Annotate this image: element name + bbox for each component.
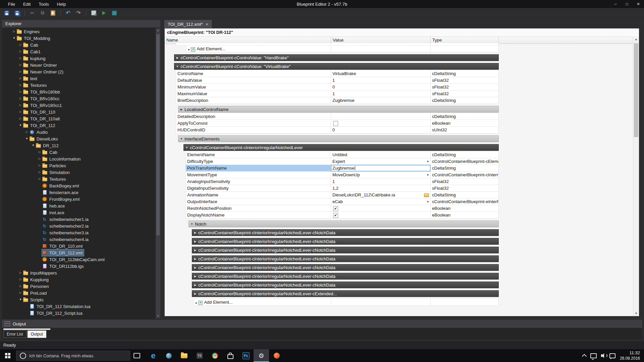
property-row-detaileddescription[interactable]: DetailedDescriptioncDeltaString	[176, 113, 499, 120]
tree-item-toi-dr-110[interactable]: TOi_DR_110	[2, 109, 155, 115]
save-all-button[interactable]	[13, 9, 21, 17]
network-icon[interactable]	[590, 353, 597, 358]
property-name[interactable]: MinimumValue	[176, 84, 331, 90]
property-value[interactable]: ✔	[331, 212, 431, 219]
tree-item-textures[interactable]: Textures	[2, 176, 155, 182]
expand-arrow-icon[interactable]	[18, 75, 23, 82]
checked-checkbox[interactable]: ✔	[333, 213, 338, 218]
tree-item-heb-ace[interactable]: heb.ace	[2, 202, 155, 209]
property-name[interactable]: HUDControlID	[176, 127, 331, 133]
minimize-button[interactable]: –	[610, 0, 621, 8]
property-name[interactable]: DetailedDescription	[176, 113, 331, 120]
collapse-arrow-icon[interactable]	[24, 135, 29, 142]
taskbar-app-photoshop[interactable]: Ps	[238, 349, 254, 362]
tree-item-toi-brv180bb[interactable]: TOi_BRv180bb	[2, 88, 155, 95]
tree-item-neuer-ordner[interactable]: Neuer Ordner	[2, 62, 155, 68]
column-header-type[interactable]: Type	[431, 37, 499, 44]
tree-item-toi-dr112bb-igs[interactable]: TOI_DR112bb.igs	[2, 263, 155, 269]
tree-item-toi-modding[interactable]: TOI_Modding	[2, 35, 155, 42]
taskbar-app-ts[interactable]: TS	[192, 349, 207, 362]
tree-item-kuplung[interactable]: kuplung	[2, 55, 155, 62]
tree-item-dieselloks[interactable]: DieselLoks	[2, 135, 155, 142]
add-element-row[interactable]: ▶+Add Element...	[186, 46, 499, 52]
collapse-panel-icon[interactable]: —	[5, 321, 10, 326]
tree-item-toi-dr-112[interactable]: TOi_DR_112	[2, 122, 155, 129]
tree-item-fensterram-ace[interactable]: fensterram.ace	[2, 189, 155, 196]
property-name[interactable]: PickTransformName	[185, 165, 331, 172]
tree-item-inst-ace[interactable]: inst.ace	[2, 209, 155, 216]
tree-item-personen[interactable]: Personen	[2, 283, 155, 290]
copy-button[interactable]	[39, 9, 47, 17]
property-row-minimumvalue[interactable]: MinimumValue0sFloat32	[176, 84, 499, 90]
property-row-restinnotchedposition[interactable]: RestInNotchedPosition✔eBoolean	[185, 205, 499, 212]
expand-arrow-icon[interactable]	[18, 102, 23, 109]
property-name[interactable]: AnalogInputSensitivity	[185, 178, 331, 185]
expand-arrow-icon[interactable]	[18, 55, 23, 62]
tree-item-text[interactable]: text	[2, 75, 155, 82]
stop-button[interactable]	[110, 9, 118, 17]
expand-arrow-icon[interactable]	[18, 290, 23, 296]
property-value[interactable]: 0	[331, 127, 431, 133]
tree-item-simulation[interactable]: Simulation	[2, 169, 155, 176]
dropdown-arrow-icon[interactable]: ▾	[427, 172, 429, 178]
property-value[interactable]: 1	[331, 178, 431, 185]
unchecked-checkbox[interactable]	[333, 121, 338, 126]
property-value[interactable]: eCab▾	[331, 198, 431, 205]
section-ccontrolcontainerblueprint-cinteriorirregularnotchedlever[interactable]: ▼cControlContainerBlueprint-cInteriorIrr…	[183, 144, 499, 151]
add-element-cell[interactable]: ▶+Add Element...	[193, 299, 331, 306]
property-row-difficultytype[interactable]: DifficultyTypeExpert▾cControlContainerBl…	[185, 158, 499, 165]
expand-arrow-icon[interactable]	[18, 109, 23, 115]
property-name[interactable]: DifficultyType	[185, 158, 331, 165]
expand-arrow-icon[interactable]	[18, 62, 23, 68]
expand-arrow-icon[interactable]	[37, 149, 42, 156]
expand-arrow-icon[interactable]	[18, 276, 23, 283]
tree-item-toi-dr-110-xml[interactable]: TOI_DR_110.xml	[2, 243, 155, 249]
start-button[interactable]	[0, 349, 15, 362]
output-tab-error-list[interactable]: Error List	[3, 330, 26, 338]
column-header-name[interactable]: Name	[165, 37, 331, 44]
expand-arrow-icon[interactable]	[37, 162, 42, 169]
expand-arrow-icon[interactable]: ▶	[192, 257, 198, 260]
close-button[interactable]: ✕	[633, 0, 644, 8]
output-tab-output[interactable]: Output	[28, 330, 46, 338]
property-name[interactable]: MovementType	[185, 172, 331, 178]
collapse-arrow-icon[interactable]: ▼	[184, 146, 190, 149]
add-element-row[interactable]: ▶+Add Element...	[193, 299, 499, 306]
tree-item-toi-dr-112-xml[interactable]: TOI_DR_112.xml	[2, 249, 155, 256]
dropdown-arrow-icon[interactable]: ▾	[427, 198, 429, 205]
tree-item-toi-brv180cc[interactable]: TOi_BRv180cc	[2, 95, 155, 102]
property-row-outputinterface[interactable]: OutputInterfaceeCab▾cControlContainerBlu…	[185, 198, 499, 205]
property-value[interactable]: Zugbremse	[331, 165, 431, 172]
tree-item-toi-dr-110alt[interactable]: TOi_DR_110alt	[2, 115, 155, 122]
expand-arrow-icon[interactable]	[18, 269, 23, 276]
volume-icon[interactable]	[601, 354, 602, 357]
expand-arrow-icon[interactable]: ▶	[192, 266, 198, 269]
taskbar-app-edge[interactable]: e	[146, 349, 161, 362]
property-name[interactable]: DisplayNotchName	[185, 212, 331, 219]
property-value[interactable]: 1	[331, 77, 431, 84]
menu-help[interactable]: Help	[54, 1, 69, 7]
property-row-defaultvalue[interactable]: DefaultValue1sFloat32	[176, 77, 499, 84]
tree-item-cab[interactable]: Cab	[2, 149, 155, 156]
property-name[interactable]: DefaultValue	[176, 77, 331, 84]
collapse-arrow-icon[interactable]: ▼	[189, 223, 195, 226]
cortana-search-input[interactable]: Ich bin Cortana. Frag mich etwas.	[16, 351, 130, 361]
maximize-button[interactable]: □	[621, 0, 633, 8]
property-value[interactable]: 1	[331, 90, 431, 97]
property-value[interactable]: DieselLoks\DR_112\Cab\bake.ia	[331, 192, 431, 198]
property-value[interactable]: Expert▾	[331, 158, 431, 165]
tree-item-scheibenwischer1-ia[interactable]: scheibenwischer1.ia	[2, 216, 155, 223]
tree-item-cab[interactable]: Cab	[2, 42, 155, 48]
expand-arrow-icon[interactable]	[18, 88, 23, 95]
property-row-controlname[interactable]: ControlNameVirtualBrakecDeltaString	[176, 70, 499, 77]
save-button[interactable]	[3, 9, 11, 17]
scroll-up-icon[interactable]: ▲	[633, 37, 639, 42]
expand-arrow-icon[interactable]	[18, 82, 23, 88]
expand-arrow-icon[interactable]	[18, 115, 23, 122]
collapse-arrow-icon[interactable]	[18, 296, 23, 303]
expand-arrow-icon[interactable]	[18, 283, 23, 290]
tree-item-scheibenwischer4-ia[interactable]: scheibenwischer4.ia	[2, 236, 155, 243]
property-value[interactable]: 0	[331, 84, 431, 90]
property-row-movementtype[interactable]: MovementTypeMoveDownUp▾cControlContainer…	[185, 172, 499, 178]
tree-item-toi-dr-112-script-lua[interactable]: TOI_DR_112_Script.lua	[2, 310, 155, 316]
